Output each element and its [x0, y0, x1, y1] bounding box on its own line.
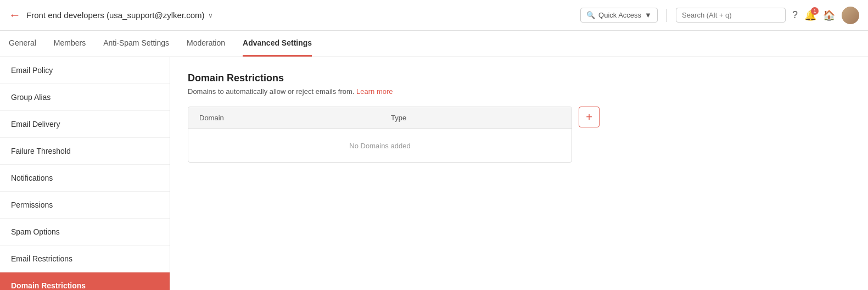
- column-type: Type: [380, 107, 572, 129]
- help-button[interactable]: ?: [792, 9, 798, 21]
- sidebar-item-email-restrictions[interactable]: Email Restrictions: [0, 246, 170, 272]
- no-domains-message: No Domains added: [340, 133, 419, 159]
- help-icon: ?: [792, 9, 798, 21]
- add-domain-button[interactable]: +: [579, 107, 600, 127]
- layout: Email Policy Group Alias Email Delivery …: [0, 57, 868, 290]
- sidebar-item-group-alias[interactable]: Group Alias: [0, 84, 170, 111]
- column-domain: Domain: [188, 107, 380, 129]
- home-icon: 🏠: [823, 9, 835, 21]
- sidebar-item-notifications[interactable]: Notifications: [0, 165, 170, 192]
- notifications-button[interactable]: 🔔 1: [804, 9, 816, 21]
- group-title[interactable]: Front end developers (usa_support@zylker…: [26, 10, 213, 20]
- quick-access-label: Quick Access: [598, 11, 641, 19]
- search-icon: 🔍: [586, 11, 595, 19]
- domain-table: Domain Type No Domains added: [188, 107, 572, 163]
- sidebar-item-failure-threshold[interactable]: Failure Threshold: [0, 138, 170, 165]
- topbar: ← Front end developers (usa_support@zylk…: [0, 0, 868, 31]
- tab-advanced-settings[interactable]: Advanced Settings: [243, 31, 312, 57]
- sidebar-item-permissions[interactable]: Permissions: [0, 192, 170, 219]
- chevron-down-icon: ∨: [208, 12, 213, 19]
- notifications-badge: 1: [811, 7, 819, 15]
- section-desc-text: Domains to automatically allow or reject…: [188, 87, 354, 96]
- avatar[interactable]: [842, 7, 859, 24]
- table-container: Domain Type No Domains added +: [188, 107, 850, 163]
- avatar-image: [842, 7, 859, 24]
- divider: [667, 9, 667, 22]
- sidebar-item-domain-restrictions[interactable]: Domain Restrictions: [0, 272, 170, 290]
- table-header: Domain Type: [188, 107, 572, 129]
- table-body: No Domains added: [188, 129, 572, 162]
- section-title: Domain Restrictions: [188, 72, 850, 84]
- search-input[interactable]: [676, 8, 786, 23]
- topbar-left: ← Front end developers (usa_support@zylk…: [9, 9, 580, 21]
- home-button[interactable]: 🏠: [823, 9, 835, 21]
- tab-general[interactable]: General: [9, 31, 36, 57]
- sidebar-item-spam-options[interactable]: Spam Options: [0, 219, 170, 246]
- learn-more-link[interactable]: Learn more: [356, 87, 393, 96]
- nav-tabs: General Members Anti-Spam Settings Moder…: [0, 31, 868, 57]
- tab-members[interactable]: Members: [54, 31, 86, 57]
- topbar-right: 🔍 Quick Access ▼ ? 🔔 1 🏠: [580, 7, 859, 24]
- tab-moderation[interactable]: Moderation: [187, 31, 225, 57]
- main-content: Domain Restrictions Domains to automatic…: [170, 57, 868, 290]
- group-name-text: Front end developers (usa_support@zylker…: [26, 10, 205, 20]
- sidebar-item-email-policy[interactable]: Email Policy: [0, 57, 170, 84]
- back-button[interactable]: ←: [9, 9, 21, 21]
- quick-access-button[interactable]: 🔍 Quick Access ▼: [580, 8, 658, 23]
- section-description: Domains to automatically allow or reject…: [188, 87, 850, 96]
- dropdown-arrow-icon: ▼: [645, 11, 652, 19]
- sidebar-item-email-delivery[interactable]: Email Delivery: [0, 111, 170, 138]
- tab-anti-spam[interactable]: Anti-Spam Settings: [103, 31, 169, 57]
- sidebar: Email Policy Group Alias Email Delivery …: [0, 57, 170, 290]
